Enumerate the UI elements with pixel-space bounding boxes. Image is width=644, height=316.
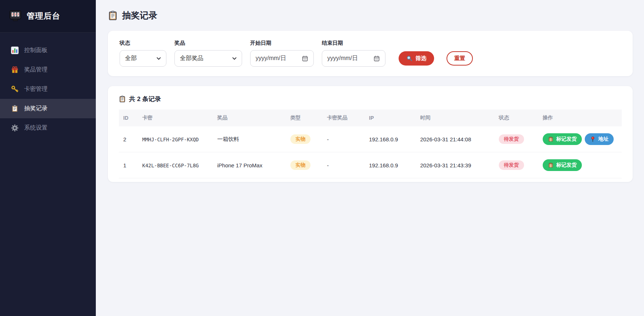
svg-text:7: 7 [12, 13, 14, 16]
cell-card-key: K42L-BBEE-CC6P-7L8G [138, 152, 213, 178]
gift-icon [11, 66, 19, 74]
svg-text:7: 7 [17, 13, 19, 16]
filter-card: 状态 全部 奖品 全部奖品 开始日期 yyyy/mm/ [108, 31, 633, 76]
sidebar-item-label: 卡密管理 [24, 85, 48, 93]
cell-card-prize: - [323, 126, 365, 152]
end-date-group: 结束日期 yyyy/mm/日 [322, 40, 385, 67]
clipboard-icon [108, 11, 118, 21]
row-actions: 标记发货 [543, 159, 617, 171]
records-table-head: ID卡密奖品类型卡密奖品IP时间状态操作 [119, 109, 622, 126]
filter-button[interactable]: 筛选 [399, 51, 434, 66]
action-button-label: 标记发货 [556, 162, 577, 168]
start-date-placeholder: yyyy/mm/日 [256, 55, 286, 62]
slot-machine-icon: 777 [9, 10, 22, 23]
sidebar-item-label: 控制面板 [24, 47, 48, 54]
cell-actions: 标记发货 [538, 152, 622, 178]
clipboard-icon [11, 105, 19, 112]
records-table-body: 2MMHJ-CLFH-2GPF-KXQD一箱饮料实物-192.168.0.920… [119, 126, 622, 178]
table-row: 1K42L-BBEE-CC6P-7L8GiPhone 17 ProMax实物-1… [119, 152, 622, 178]
reset-button[interactable]: 重置 [447, 51, 473, 66]
prize-filter-group: 奖品 全部奖品 [174, 40, 242, 67]
cell-status: 待发货 [494, 126, 538, 152]
sidebar-nav: 控制面板奖品管理卡密管理抽奖记录系统设置 [0, 41, 96, 138]
cell-id: 2 [119, 126, 138, 152]
sidebar-item-bar-chart[interactable]: 控制面板 [0, 41, 96, 60]
cell-id: 1 [119, 152, 138, 178]
clipboard-icon [119, 96, 126, 103]
page-title-text: 抽奖记录 [122, 10, 157, 21]
address-button[interactable]: 地址 [585, 133, 614, 145]
cell-time: 2026-03-31 21:44:08 [416, 126, 494, 152]
records-card: 共 2 条记录 ID卡密奖品类型卡密奖品IP时间状态操作 2MMHJ-CLFH-… [108, 86, 633, 182]
action-button-label: 地址 [598, 136, 609, 142]
sidebar-item-label: 系统设置 [24, 124, 48, 132]
start-date-input[interactable]: yyyy/mm/日 [250, 50, 314, 67]
mark-shipped-button[interactable]: 标记发货 [543, 133, 582, 145]
package-icon [548, 162, 554, 168]
records-summary: 共 2 条记录 [119, 95, 622, 103]
start-date-label: 开始日期 [250, 40, 314, 47]
status-badge: 待发货 [499, 160, 524, 170]
sidebar: 777 管理后台 控制面板奖品管理卡密管理抽奖记录系统设置 [0, 0, 96, 316]
search-icon [406, 55, 413, 62]
status-filter-group: 状态 全部 [120, 40, 166, 67]
column-header: 卡密 [138, 109, 213, 126]
end-date-label: 结束日期 [322, 40, 385, 47]
app-title: 管理后台 [27, 11, 60, 22]
cell-card-prize: - [323, 152, 365, 178]
cell-type: 实物 [286, 126, 323, 152]
status-badge: 待发货 [499, 134, 524, 144]
chevron-down-icon [232, 57, 237, 60]
key-icon [11, 85, 19, 93]
table-row: 2MMHJ-CLFH-2GPF-KXQD一箱饮料实物-192.168.0.920… [119, 126, 622, 152]
prize-select-value: 全部奖品 [180, 55, 203, 62]
type-badge: 实物 [290, 160, 310, 170]
filter-button-label: 筛选 [415, 55, 426, 62]
svg-text:7: 7 [14, 13, 16, 16]
sidebar-item-label: 奖品管理 [24, 66, 48, 74]
cell-ip: 192.168.0.9 [365, 152, 416, 178]
column-header: 卡密奖品 [323, 109, 365, 126]
page-title: 抽奖记录 [108, 10, 633, 21]
type-badge: 实物 [290, 134, 310, 144]
mark-shipped-button[interactable]: 标记发货 [543, 159, 582, 171]
status-label: 状态 [120, 40, 166, 47]
card-key-value: K42L-BBEE-CC6P-7L8G [142, 163, 199, 168]
records-table-head-row: ID卡密奖品类型卡密奖品IP时间状态操作 [119, 109, 622, 126]
pin-icon [590, 136, 596, 142]
app-window: 777 管理后台 控制面板奖品管理卡密管理抽奖记录系统设置 抽奖记录 状态 全部… [0, 0, 644, 316]
end-date-input[interactable]: yyyy/mm/日 [322, 50, 385, 67]
main-content: 抽奖记录 状态 全部 奖品 全部奖品 [96, 0, 644, 316]
sidebar-item-gift[interactable]: 奖品管理 [0, 60, 96, 79]
cell-ip: 192.168.0.9 [365, 126, 416, 152]
sidebar-item-label: 抽奖记录 [24, 105, 48, 112]
prize-label: 奖品 [174, 40, 242, 47]
cell-card-key: MMHJ-CLFH-2GPF-KXQD [138, 126, 213, 152]
sidebar-item-key[interactable]: 卡密管理 [0, 79, 96, 99]
chevron-down-icon [157, 57, 161, 60]
column-header: 奖品 [213, 109, 286, 126]
action-button-label: 标记发货 [556, 136, 577, 142]
records-count-text: 共 2 条记录 [129, 95, 161, 103]
status-select[interactable]: 全部 [120, 50, 166, 67]
sidebar-item-clipboard[interactable]: 抽奖记录 [0, 99, 96, 118]
sidebar-item-gear[interactable]: 系统设置 [0, 118, 96, 138]
bar-chart-icon [11, 47, 19, 54]
prize-select[interactable]: 全部奖品 [174, 50, 242, 67]
calendar-icon[interactable] [302, 55, 308, 62]
status-select-value: 全部 [125, 55, 137, 62]
start-date-group: 开始日期 yyyy/mm/日 [250, 40, 314, 67]
row-actions: 标记发货地址 [543, 133, 617, 145]
gear-icon [11, 124, 19, 132]
sidebar-logo: 777 管理后台 [0, 0, 96, 33]
end-date-placeholder: yyyy/mm/日 [327, 55, 358, 62]
cell-prize: iPhone 17 ProMax [213, 152, 286, 178]
card-key-value: MMHJ-CLFH-2GPF-KXQD [142, 137, 199, 142]
records-table: ID卡密奖品类型卡密奖品IP时间状态操作 2MMHJ-CLFH-2GPF-KXQ… [119, 109, 622, 178]
cell-time: 2026-03-31 21:43:39 [416, 152, 494, 178]
package-icon [548, 136, 554, 142]
calendar-icon[interactable] [373, 55, 380, 62]
column-header: 时间 [416, 109, 494, 126]
column-header: 操作 [538, 109, 622, 126]
column-header: ID [119, 109, 138, 126]
